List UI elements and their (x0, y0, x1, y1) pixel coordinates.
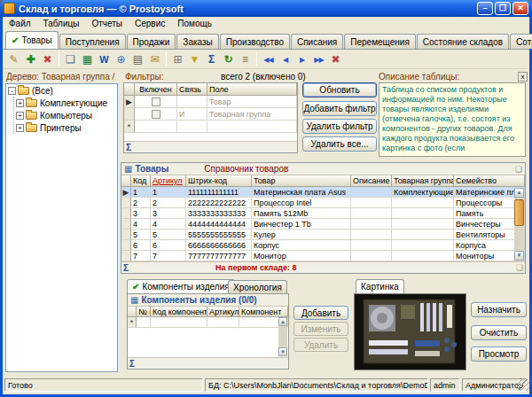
tab-history[interactable]: Хронология (228, 280, 287, 293)
col-number[interactable]: № п (137, 307, 151, 317)
tab-picture[interactable]: Картинка (356, 279, 404, 293)
nav-last-icon[interactable]: ▶▶ (310, 51, 327, 67)
filter-icon[interactable]: ▼ (186, 51, 203, 67)
filter-new-row[interactable]: * (124, 121, 297, 133)
col-field[interactable]: Поле (207, 83, 297, 96)
email-icon[interactable]: ✉ (146, 51, 163, 67)
expander-icon[interactable]: + (16, 124, 24, 132)
print-icon[interactable]: ▤ (129, 51, 146, 67)
add-filter-button[interactable]: Добавить фильтр (302, 101, 377, 116)
components-table: ▦ Компоненты изделия (0/0) № п Код компо… (127, 293, 289, 370)
copy-icon[interactable]: ❏ (62, 51, 79, 67)
menu-help[interactable]: Помощь (171, 18, 218, 29)
products-title: Товары (135, 164, 168, 174)
tab-employees[interactable]: Сотрудники (510, 34, 532, 49)
col-component[interactable]: Компонент (239, 307, 288, 317)
filter-enabled-checkbox[interactable] (152, 97, 160, 106)
table-row[interactable]: 4 4 4444444444444 Винчестер 1 Tb Винчест… (121, 219, 525, 230)
refresh-icon[interactable]: ↻ (220, 51, 237, 67)
tab-warehouse-state[interactable]: Состояние складов (417, 34, 509, 49)
delete-all-filters-button[interactable]: Удалить все... (302, 136, 377, 152)
sum-icon[interactable]: Σ (203, 51, 220, 67)
tab-transfers[interactable]: Перемещения (344, 34, 416, 49)
table-row[interactable]: 2 2 2222222222222 Процессор Intel Процес… (121, 198, 525, 208)
tab-components[interactable]: ✔ Компоненты изделия (127, 279, 235, 293)
products-subtitle: Справочник товаров (204, 164, 515, 174)
title-bar[interactable]: Склад и торговля — © Prostoysoft – ❐ ✕ (0, 0, 532, 17)
table-row[interactable]: 6 6 6666666666666 Корпус Корпуса (121, 240, 525, 251)
refresh-button[interactable]: Обновить (302, 82, 377, 97)
maximize-button[interactable]: ❐ (495, 2, 511, 15)
table-row[interactable]: ▶ 1 1 1111111111111 Материнская плата As… (121, 187, 525, 198)
description-label: Описание таблицы: (379, 72, 459, 82)
scroll-up-icon[interactable]: ▲ (278, 317, 287, 326)
table-row[interactable]: 3 3 3333333333333 Память 512Mb Память (121, 208, 525, 219)
col-product[interactable]: Товар (252, 175, 351, 187)
filter-row[interactable]: И Товарная группа (124, 108, 297, 121)
tab-receipts[interactable]: Поступления (59, 34, 126, 49)
col-article[interactable]: Артикул (207, 307, 239, 317)
col-group[interactable]: Товарная группа (392, 175, 454, 187)
scroll-up-icon[interactable]: ▲ (514, 188, 524, 198)
menu-file[interactable]: Файл (3, 18, 37, 29)
components-scrollbar[interactable]: ▲ ▼ (278, 317, 287, 356)
menu-reports[interactable]: Отчеты (85, 18, 129, 29)
add-component-button[interactable]: Добавить (293, 306, 348, 320)
tab-sales[interactable]: Продажи (127, 34, 176, 49)
scroll-down-icon[interactable]: ▼ (278, 347, 287, 356)
expander-icon[interactable]: - (8, 87, 16, 95)
expander-icon[interactable]: + (16, 99, 24, 107)
tree-item-printers[interactable]: + Принтеры (14, 121, 117, 134)
menu-tables[interactable]: Таблицы (37, 18, 86, 29)
new-row-marker: * (128, 317, 137, 328)
expander-icon[interactable]: + (16, 112, 24, 120)
export-word-icon[interactable]: W (96, 51, 113, 67)
table-row[interactable]: 5 5 5555555555555 Кулер Вентиляторы (121, 230, 525, 240)
export-excel-icon[interactable]: ▦ (79, 51, 96, 67)
tree-item-computers[interactable]: + Компьютеры (14, 109, 117, 121)
tree-item-all[interactable]: - (Все) (6, 84, 117, 97)
nav-first-icon[interactable]: ◀◀ (260, 51, 277, 67)
tab-orders[interactable]: Заказы (176, 34, 218, 49)
col-family[interactable]: Семейство (454, 175, 525, 187)
assign-picture-button[interactable]: Назначить (471, 302, 527, 317)
description-close-icon[interactable]: x (518, 72, 528, 82)
minimize-button[interactable]: – (477, 2, 493, 15)
tab-production[interactable]: Производство (220, 34, 290, 49)
filter-enabled-checkbox[interactable] (152, 110, 160, 119)
edit-icon[interactable]: ✎ (5, 51, 22, 67)
scroll-down-icon[interactable]: ▼ (514, 251, 524, 261)
products-scrollbar[interactable]: ▲ ▼ (514, 188, 524, 261)
grid-page-icon-bottom[interactable]: ❏ (516, 263, 523, 272)
close-button[interactable]: ✕ (512, 2, 528, 15)
col-component-code[interactable]: Код компонента (151, 307, 207, 317)
tab-writeoffs[interactable]: Списания (291, 34, 343, 49)
products-table: ▦ Товары Справочник товаров ❏ Код Артику… (121, 162, 526, 274)
table-row[interactable]: 7 7 7777777777777 Монитор Мониторы (121, 251, 525, 261)
scroll-thumb[interactable] (514, 199, 524, 226)
nav-next-icon[interactable]: ▶ (293, 51, 310, 67)
component-new-row[interactable]: * (128, 317, 288, 328)
menu-service[interactable]: Сервис (129, 18, 171, 29)
calculator-icon[interactable]: ⊞ (169, 51, 186, 67)
add-record-icon[interactable]: ✚ (22, 51, 39, 67)
col-description[interactable]: Описание (351, 175, 392, 187)
col-article[interactable]: Артикул (151, 175, 186, 187)
view-picture-button[interactable]: Просмотр (471, 346, 527, 362)
grid-page-icon-top[interactable]: ❏ (515, 165, 522, 174)
clear-picture-button[interactable]: Очистить (471, 325, 527, 340)
delete-filter-button[interactable]: Удалить фильтр (302, 119, 377, 134)
cancel-icon[interactable]: ✖ (327, 51, 344, 67)
export-html-icon[interactable]: ⊕ (113, 51, 129, 67)
nav-prev-icon[interactable]: ◀ (277, 51, 293, 67)
delete-record-icon[interactable]: ✖ (39, 51, 56, 67)
tree-item-components[interactable]: + Комплектующие (14, 97, 117, 109)
tree-panel-icon[interactable]: ≡ (237, 51, 254, 67)
col-enabled[interactable]: Включен (135, 83, 177, 96)
tab-products[interactable]: ✔ Товары (5, 31, 59, 49)
col-link[interactable]: Связь (177, 83, 207, 96)
col-code[interactable]: Код (131, 175, 151, 187)
col-barcode[interactable]: Штрих-код (186, 175, 252, 187)
resize-grip[interactable] (518, 379, 529, 391)
filter-row[interactable]: ▶ Товар (124, 96, 297, 108)
